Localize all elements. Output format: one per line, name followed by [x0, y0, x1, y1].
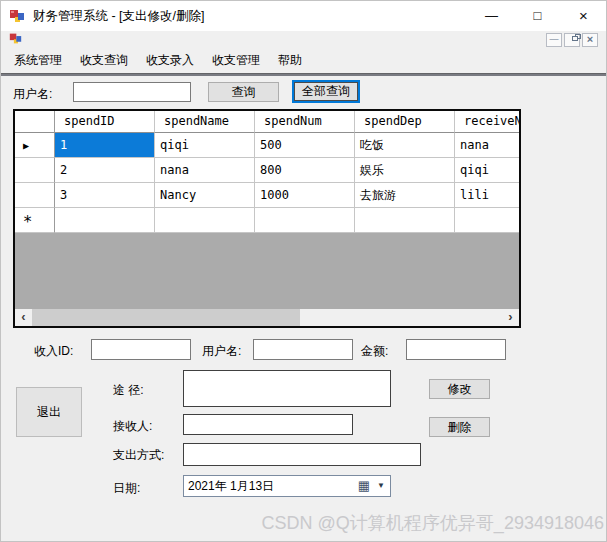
grid-cell[interactable]: 800	[255, 158, 355, 183]
mdi-restore-icon[interactable]	[564, 33, 580, 47]
grid-cell[interactable]: nana	[455, 133, 521, 158]
menu-item-query[interactable]: 收支查询	[71, 48, 137, 72]
grid-cell[interactable]	[355, 208, 455, 233]
spend-type-label: 支出方式:	[113, 447, 164, 464]
column-header-spendid[interactable]: spendID	[55, 111, 155, 133]
grid-cell[interactable]	[155, 208, 255, 233]
row-selector-arrow-icon[interactable]: ▶	[15, 133, 55, 158]
menu-item-manage[interactable]: 收支管理	[203, 48, 269, 72]
menu-item-entry[interactable]: 收支录入	[137, 48, 203, 72]
date-picker[interactable]: 2021年 1月13日 ▦ ▼	[183, 475, 391, 497]
grid-cell[interactable]: 1	[55, 133, 155, 158]
row-header[interactable]	[15, 158, 55, 183]
delete-button[interactable]: 删除	[429, 417, 490, 437]
new-row-asterisk-icon[interactable]: ∗	[15, 208, 55, 233]
form-username-input[interactable]	[253, 339, 353, 360]
amount-label: 金额:	[361, 343, 388, 360]
row-header[interactable]	[15, 183, 55, 208]
app-icon	[9, 8, 25, 24]
scroll-left-icon[interactable]: ‹	[15, 309, 32, 326]
menu-bar: 系统管理 收支查询 收支录入 收支管理 帮助	[5, 48, 311, 72]
exit-button[interactable]: 退出	[16, 387, 82, 437]
column-header-spenddep[interactable]: spendDep	[355, 111, 455, 133]
search-username-input[interactable]	[73, 82, 191, 102]
spend-data-grid: spendID spendName spendNum spendDep rece…	[13, 109, 521, 328]
column-header-spendname[interactable]: spendName	[155, 111, 255, 133]
mdi-minimize-icon[interactable]: —	[546, 33, 562, 47]
dropdown-arrow-icon[interactable]: ▼	[377, 476, 385, 496]
search-username-label: 用户名:	[13, 86, 52, 103]
grid-cell[interactable]: Nancy	[155, 183, 255, 208]
receiver-input[interactable]	[183, 414, 353, 435]
grid-cell[interactable]: 1000	[255, 183, 355, 208]
way-input[interactable]	[183, 370, 391, 407]
grid-header-row: spendID spendName spendNum spendDep rece…	[15, 111, 521, 133]
grid-cell[interactable]: nana	[155, 158, 255, 183]
table-row: ▶ 1 qiqi 500 吃饭 nana	[15, 133, 521, 158]
app-window: 财务管理系统 - [支出修改/删除] — □ × — × 系统管理 收支查询 收…	[0, 0, 607, 542]
grid-cell[interactable]: 2	[55, 158, 155, 183]
query-button[interactable]: 查询	[208, 82, 279, 102]
way-label: 途 径:	[113, 382, 144, 399]
income-id-input[interactable]	[91, 339, 191, 360]
amount-input[interactable]	[406, 339, 506, 360]
table-row: 3 Nancy 1000 去旅游 lili	[15, 183, 521, 208]
grid-cell[interactable]: lili	[455, 183, 521, 208]
mdi-client-separator	[1, 73, 606, 76]
scroll-right-icon[interactable]: ›	[502, 309, 519, 326]
grid-cell[interactable]: 500	[255, 133, 355, 158]
grid-cell[interactable]: 去旅游	[355, 183, 455, 208]
grid-cell[interactable]: qiqi	[155, 133, 255, 158]
table-row: 2 nana 800 娱乐 qiqi	[15, 158, 521, 183]
spend-type-input[interactable]	[183, 443, 421, 466]
scrollbar-thumb[interactable]	[32, 309, 300, 326]
watermark: CSDN @Q计算机程序优异哥_2934918046	[262, 511, 604, 535]
mdi-child-icon	[9, 32, 22, 45]
menu-item-help[interactable]: 帮助	[269, 48, 311, 72]
maximize-icon[interactable]: □	[515, 1, 560, 31]
calendar-icon[interactable]: ▦	[358, 476, 370, 496]
date-value: 2021年 1月13日	[188, 479, 274, 493]
query-all-button[interactable]: 全部查询	[292, 80, 360, 103]
grid-cell[interactable]: 吃饭	[355, 133, 455, 158]
modify-button[interactable]: 修改	[429, 379, 490, 399]
receiver-label: 接收人:	[113, 418, 152, 435]
mdi-child-strip: — ×	[1, 31, 606, 48]
grid-cell[interactable]: 娱乐	[355, 158, 455, 183]
grid-cell[interactable]	[455, 208, 521, 233]
menu-item-system[interactable]: 系统管理	[5, 48, 71, 72]
mdi-close-icon[interactable]: ×	[582, 33, 598, 47]
grid-cell[interactable]	[255, 208, 355, 233]
column-header-receivename[interactable]: receiveName	[455, 111, 521, 133]
grid-corner-cell[interactable]	[15, 111, 55, 133]
grid-cell[interactable]: 3	[55, 183, 155, 208]
window-title: 财务管理系统 - [支出修改/删除]	[33, 1, 205, 31]
new-row: ∗	[15, 208, 521, 233]
grid-cell[interactable]: qiqi	[455, 158, 521, 183]
form-username-label: 用户名:	[202, 343, 241, 360]
horizontal-scrollbar[interactable]: ‹ ›	[15, 309, 519, 326]
title-bar: 财务管理系统 - [支出修改/删除] — □ ×	[1, 1, 606, 31]
minimize-icon[interactable]: —	[469, 1, 514, 31]
column-header-spendnum[interactable]: spendNum	[255, 111, 355, 133]
close-icon[interactable]: ×	[561, 1, 606, 31]
grid-cell[interactable]	[55, 208, 155, 233]
date-label: 日期:	[113, 480, 140, 497]
income-id-label: 收入ID:	[34, 343, 73, 360]
